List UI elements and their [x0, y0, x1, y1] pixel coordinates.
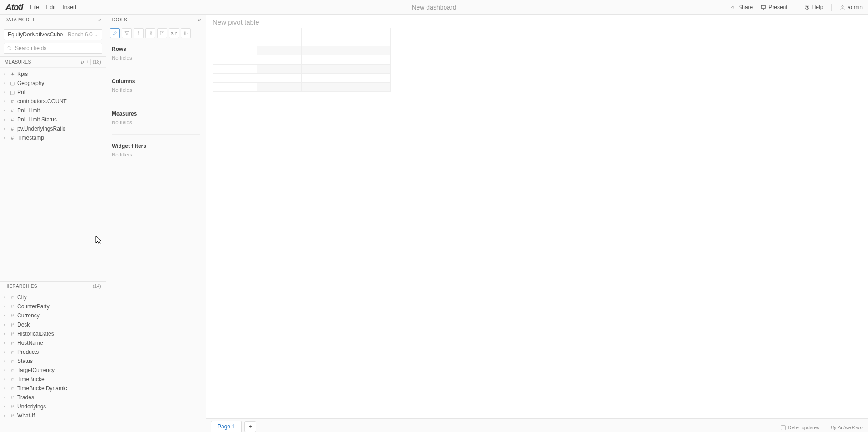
hierarchy-label: CounterParty [17, 303, 50, 310]
dropzone-empty-text: No fields [112, 87, 200, 93]
measures-section-label: MEASURES [5, 60, 31, 65]
user-menu[interactable]: admin [840, 4, 863, 10]
hierarchy-item[interactable]: ›Trades [0, 393, 106, 402]
columns-tool-icon[interactable] [181, 28, 191, 38]
help-icon: ? [804, 5, 810, 10]
dashboard-title[interactable]: New dashboard [412, 4, 456, 11]
hierarchy-label: Trades [17, 394, 34, 401]
measure-label: PnL [17, 89, 27, 96]
measure-item[interactable]: ›▢Geography [0, 79, 106, 88]
defer-label: Defer updates [788, 425, 819, 430]
fx-label: fx [81, 60, 84, 65]
measure-item[interactable]: ›#contributors.COUNT [0, 97, 106, 106]
hierarchy-item[interactable]: ›Status [0, 357, 106, 366]
sparkle-icon: ✦ [10, 70, 15, 78]
data-model-header-label: DATA MODEL [5, 17, 35, 22]
hierarchy-item[interactable]: ›City [0, 293, 106, 302]
caret-icon: › [4, 89, 7, 96]
measure-item[interactable]: ›#pv.UnderlyingsRatio [0, 124, 106, 133]
data-model-header: DATA MODEL « [0, 15, 106, 25]
hierarchy-label: TimeBucket [17, 376, 46, 383]
pin-tool-icon[interactable] [134, 28, 144, 38]
search-fields-input[interactable] [15, 45, 99, 51]
page-tabbar: Page 1 + [206, 418, 868, 432]
hierarchy-icon [10, 413, 15, 418]
byline: By ActiveViam [825, 425, 863, 430]
tool-icon-row: X·Y [106, 25, 206, 41]
hash-icon: # [10, 134, 15, 141]
collapse-data-model-button[interactable]: « [98, 17, 101, 23]
hierarchy-item[interactable]: ›Products [0, 347, 106, 357]
page-tab-1[interactable]: Page 1 [211, 421, 242, 432]
caret-icon: › [4, 412, 7, 419]
expand-tool-icon[interactable] [157, 28, 167, 38]
menu-insert[interactable]: Insert [63, 4, 76, 10]
cube-selector[interactable]: EquityDerivativesCube - Ranch 6.0 ⌄ [4, 29, 102, 40]
edit-tool-icon[interactable] [110, 28, 120, 38]
hierarchy-icon [10, 332, 15, 337]
hierarchies-section-label: HIERARCHIES [5, 284, 37, 289]
hierarchy-label: Status [17, 357, 33, 365]
square-arrow-icon [159, 30, 165, 36]
hierarchy-icon [10, 350, 15, 355]
dropzone-empty-text: No fields [112, 55, 200, 60]
dropzone-rows[interactable]: RowsNo fields [106, 41, 206, 66]
measure-item[interactable]: ›#PnL Limit [0, 106, 106, 115]
dropzone-divider [112, 134, 200, 135]
hierarchy-item[interactable]: ›TargetCurrency [0, 366, 106, 375]
settings-tool-icon[interactable] [145, 28, 155, 38]
hierarchy-item[interactable]: ›Underlyings [0, 402, 106, 411]
caret-icon: › [4, 357, 7, 365]
caret-icon: › [4, 125, 7, 132]
measures-tree: ›✦Kpis›▢Geography›▢PnL›#contributors.COU… [0, 68, 106, 144]
hierarchy-label: HistoricalDates [17, 330, 54, 337]
caret-icon: › [4, 294, 7, 301]
chevron-down-icon: ⌄ [94, 32, 98, 37]
hierarchy-icon [10, 322, 15, 327]
columns-icon [183, 30, 188, 36]
hierarchy-item[interactable]: ›CounterParty [0, 302, 106, 311]
hierarchy-item[interactable]: ›Currency [0, 311, 106, 320]
search-fields-box[interactable] [4, 43, 102, 54]
caret-icon: › [4, 107, 7, 114]
dropzone-widget-filters[interactable]: Widget filtersNo filters [106, 138, 206, 163]
widget-title[interactable]: New pivot table [213, 18, 862, 26]
measures-count: (18) [93, 60, 101, 65]
hierarchy-item[interactable]: ›HistoricalDates [0, 329, 106, 338]
svg-point-3 [842, 5, 843, 7]
measure-item[interactable]: ›✦Kpis [0, 70, 106, 79]
add-calculated-measure-button[interactable]: fx + [79, 59, 91, 65]
measure-item[interactable]: ›▢PnL [0, 88, 106, 97]
filter-tool-icon[interactable] [122, 28, 132, 38]
hierarchy-item[interactable]: ›Desk [0, 320, 106, 329]
caret-icon: › [4, 385, 7, 392]
cube-name: EquityDerivativesCube [8, 31, 63, 38]
present-button[interactable]: Present [761, 4, 787, 10]
measure-label: Kpis [17, 70, 28, 78]
hierarchy-icon [10, 304, 15, 309]
hierarchy-item[interactable]: ›HostName [0, 338, 106, 347]
caret-icon: › [4, 330, 7, 337]
measure-item[interactable]: ›#Timestamp [0, 133, 106, 142]
hierarchy-item[interactable]: ›What-If [0, 411, 106, 420]
dropzone-columns[interactable]: ColumnsNo fields [106, 74, 206, 98]
hierarchy-item[interactable]: ›TimeBucketDynamic [0, 384, 106, 393]
defer-updates-toggle[interactable]: Defer updates [775, 425, 819, 430]
canvas-body[interactable]: New pivot table [206, 15, 868, 418]
menu-file[interactable]: File [30, 4, 39, 10]
add-page-button[interactable]: + [244, 421, 256, 432]
dropzone-measures[interactable]: MeasuresNo fields [106, 106, 206, 131]
help-label: Help [812, 4, 823, 10]
measure-item[interactable]: ›#PnL Limit Status [0, 115, 106, 124]
menu-edit[interactable]: Edit [46, 4, 56, 10]
topbar-divider [796, 4, 796, 11]
hierarchy-item[interactable]: ›TimeBucket [0, 375, 106, 384]
measure-label: PnL Limit [17, 107, 40, 114]
help-button[interactable]: ? Help [804, 4, 823, 10]
xy-tool-icon[interactable]: X·Y [169, 28, 179, 38]
collapse-tools-button[interactable]: « [198, 17, 201, 23]
pivot-table-placeholder[interactable] [213, 28, 862, 92]
caret-icon: › [4, 376, 7, 383]
share-button[interactable]: Share [730, 4, 753, 10]
sliders-icon [148, 30, 153, 36]
